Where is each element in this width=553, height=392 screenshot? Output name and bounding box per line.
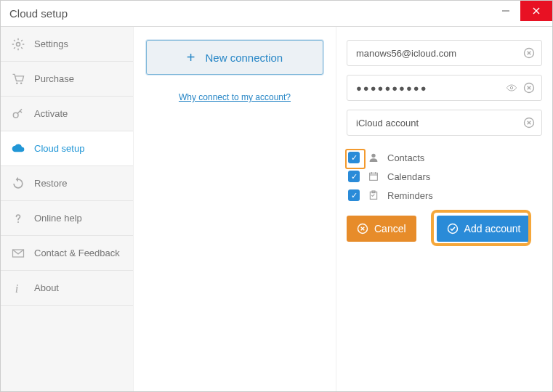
check-label: Calendars <box>387 171 430 182</box>
sidebar-item-label: Restore <box>34 178 68 189</box>
key-icon <box>11 107 25 121</box>
sidebar-item-about[interactable]: i About <box>1 271 133 306</box>
svg-point-7 <box>17 221 19 223</box>
check-label: Reminders <box>387 190 433 201</box>
sidebar-item-label: Cloud setup <box>34 143 84 154</box>
svg-point-13 <box>510 86 512 89</box>
svg-point-3 <box>17 42 20 46</box>
sidebar-item-activate[interactable]: Activate <box>1 97 133 131</box>
plus-icon: + <box>187 49 195 66</box>
check-row-reminders: ✓ Reminders <box>348 189 542 201</box>
password-row <box>347 75 542 101</box>
cancel-x-icon <box>357 223 368 234</box>
check-row-calendars: ✓ Calendars <box>348 171 542 182</box>
sidebar-item-cloud-setup[interactable]: Cloud setup <box>1 131 133 166</box>
checkbox-contacts[interactable]: ✓ <box>348 152 360 163</box>
sidebar-item-label: Settings <box>34 38 68 49</box>
window-controls <box>491 1 552 26</box>
gear-icon <box>11 37 25 52</box>
svg-text:i: i <box>15 281 19 295</box>
titlebar: Cloud setup <box>1 1 552 27</box>
help-icon <box>11 211 25 226</box>
svg-point-20 <box>371 154 375 158</box>
check-circle-icon <box>447 223 459 234</box>
account-name-input[interactable] <box>347 110 542 136</box>
contacts-icon <box>367 152 380 163</box>
sidebar-item-restore[interactable]: Restore <box>1 166 133 201</box>
svg-point-4 <box>16 82 17 84</box>
close-button[interactable] <box>520 1 552 21</box>
svg-point-6 <box>13 113 18 118</box>
sidebar-item-label: About <box>34 282 59 293</box>
svg-point-5 <box>20 82 23 84</box>
check-row-contacts: ✓ Contacts <box>348 152 542 163</box>
sidebar-item-purchase[interactable]: Purchase <box>1 62 133 97</box>
why-connect-link[interactable]: Why connect to my account? <box>179 92 291 102</box>
cancel-button[interactable]: Cancel <box>347 216 416 242</box>
check-label: Contacts <box>387 152 424 163</box>
clear-icon[interactable] <box>523 82 535 94</box>
cancel-label: Cancel <box>374 223 406 234</box>
button-row: Cancel Add account <box>347 216 542 242</box>
sidebar-item-contact-feedback[interactable]: Contact & Feedback <box>1 236 133 271</box>
checkbox-reminders[interactable]: ✓ <box>348 189 360 201</box>
clear-icon[interactable] <box>523 117 535 128</box>
sidebar-item-online-help[interactable]: Online help <box>1 201 133 236</box>
checkbox-calendars[interactable]: ✓ <box>348 171 360 182</box>
sidebar-item-label: Purchase <box>34 73 74 84</box>
sync-options: ✓ Contacts ✓ Calendars ✓ Reminders <box>348 152 542 201</box>
calendar-icon <box>367 171 380 182</box>
middle-panel: + New connection Why connect to my accou… <box>133 27 336 391</box>
sidebar-item-label: Contact & Feedback <box>34 248 120 258</box>
account-name-row <box>347 110 542 136</box>
envelope-icon <box>11 246 25 261</box>
new-connection-button[interactable]: + New connection <box>146 40 323 75</box>
window-title: Cloud setup <box>9 7 68 20</box>
app-body: Settings Purchase Activate Cloud setup R… <box>1 27 552 391</box>
right-panel: ✓ Contacts ✓ Calendars ✓ Reminders <box>336 27 552 391</box>
reminders-icon <box>367 189 380 201</box>
info-icon: i <box>11 281 25 295</box>
restore-icon <box>11 176 25 191</box>
sidebar-item-label: Online help <box>34 213 82 224</box>
eye-icon[interactable] <box>506 82 517 94</box>
sidebar: Settings Purchase Activate Cloud setup R… <box>1 27 133 391</box>
clear-icon[interactable] <box>523 47 535 59</box>
cart-icon <box>11 72 25 86</box>
email-input[interactable] <box>347 40 542 66</box>
sidebar-item-settings[interactable]: Settings <box>1 27 133 62</box>
add-account-button[interactable]: Add account <box>437 216 531 242</box>
new-connection-label: New connection <box>205 52 283 64</box>
minimize-button[interactable] <box>491 1 520 21</box>
email-row <box>347 40 542 66</box>
sidebar-item-label: Activate <box>34 108 68 119</box>
cloud-icon <box>11 141 25 157</box>
add-account-label: Add account <box>464 223 521 234</box>
svg-rect-21 <box>370 173 378 180</box>
